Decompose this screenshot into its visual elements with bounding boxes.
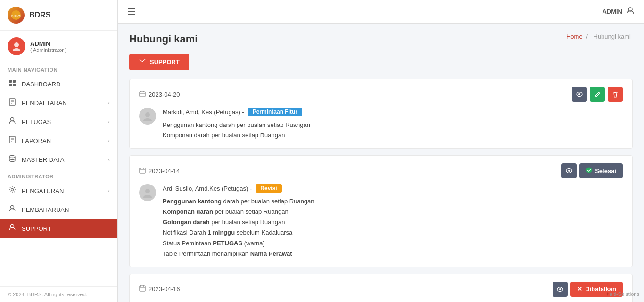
x-icon-dibatalkan: ✕: [577, 285, 582, 293]
laporan-icon: [8, 136, 17, 145]
list-item: Komponan darah per bualan setiap Ruangan: [163, 207, 623, 217]
card-2-badge: Revisi: [256, 184, 281, 193]
sidebar: BDRS BDRS ADMIN ( Administrator ) Main N…: [0, 0, 118, 302]
petugas-icon: [8, 117, 17, 126]
sidebar-user: ADMIN ( Administrator ): [0, 31, 117, 62]
card-1-actions: [572, 87, 623, 102]
card-1-header: 2023-04-20: [139, 87, 623, 102]
svg-point-12: [11, 189, 14, 191]
svg-rect-7: [13, 84, 16, 86]
check-icon-selesai: [586, 167, 592, 175]
svg-point-2: [14, 42, 19, 47]
list-item: Komponan darah per bualan setiap Ruangan: [163, 130, 623, 141]
card-2-header: 2023-04-14 Selesai: [139, 163, 623, 178]
watermark-text: ✦aiti-Solutions: [605, 291, 639, 297]
calendar-icon-1: [139, 91, 146, 99]
petugas-arrow: ‹: [108, 119, 110, 125]
content-area: Hubungi kami Home / Hubungi kami SUPPORT: [118, 24, 644, 302]
list-item: Penggunan kantong darah per bualan setia…: [163, 196, 623, 207]
list-item: Notifikasi Darah 1 minggu sebelum Kadalu…: [163, 227, 623, 238]
card-2-avatar: [139, 184, 156, 201]
sidebar-label-laporan: LAPORAN: [22, 137, 51, 144]
card-2-body: Ardi Susilo, Amd.Kes (Petugas) - Revisi …: [139, 184, 623, 259]
svg-rect-22: [140, 168, 145, 173]
app-name: BDRS: [29, 11, 50, 19]
card-2-selesai-button[interactable]: Selesai: [579, 163, 623, 178]
svg-point-24: [568, 170, 570, 172]
svg-point-27: [143, 195, 152, 198]
card-3: 2023-04-16 ✕ Dibatalkan: [129, 274, 633, 302]
card-3-view-button[interactable]: [553, 282, 568, 297]
pendaftaran-arrow: ‹: [108, 100, 110, 106]
card-2: 2023-04-14 Selesai: [129, 155, 633, 267]
card-1-content: Markidi, Amd, Kes (Petugas) - Permintaan…: [163, 108, 623, 141]
card-3-date-text: 2023-04-16: [149, 285, 180, 293]
card-1-edit-button[interactable]: [590, 87, 605, 102]
main-nav-title: Main Navigation: [0, 62, 117, 75]
card-1-avatar: [139, 108, 156, 125]
sidebar-item-dashboard[interactable]: DASHBOARD: [0, 75, 117, 93]
sidebar-label-dashboard: DASHBOARD: [22, 81, 60, 88]
sidebar-item-master-data[interactable]: MASTER DATA ‹: [0, 150, 117, 169]
svg-point-11: [9, 156, 15, 158]
card-2-date: 2023-04-14: [139, 167, 180, 175]
card-2-actions: Selesai: [561, 163, 623, 178]
laporan-arrow: ‹: [108, 138, 110, 143]
card-3-header: 2023-04-16 ✕ Dibatalkan: [139, 282, 623, 297]
dashboard-icon: [8, 79, 17, 89]
card-2-view-button[interactable]: [561, 163, 577, 178]
page-header: Hubungi kami Home / Hubungi kami: [129, 33, 633, 45]
sidebar-label-petugas: PETUGAS: [22, 118, 51, 126]
card-2-date-text: 2023-04-14: [149, 168, 180, 175]
sidebar-footer: © 2024. BDRS. All rights reserved.: [0, 286, 117, 302]
card-1-message-header: Markidi, Amd, Kes (Petugas) - Permintaan…: [163, 108, 623, 116]
pengaturan-arrow: ‹: [108, 188, 110, 193]
card-1-list: Penggunan kantong darah per bualan setia…: [163, 120, 623, 141]
svg-point-3: [13, 48, 20, 51]
calendar-icon-2: [139, 167, 146, 175]
user-avatar: [8, 37, 25, 55]
user-info: ADMIN ( Administrator ): [30, 40, 67, 53]
svg-point-26: [145, 189, 150, 193]
card-1-badge: Permintaan Fitur: [248, 108, 302, 116]
list-item: Table Permintaan menampilkan Nama Perawa…: [163, 249, 623, 259]
list-item: Golongan darah per bualan setiap Ruangan: [163, 217, 623, 227]
card-1-body: Markidi, Amd, Kes (Petugas) - Permintaan…: [139, 108, 623, 141]
card-3-date: 2023-04-16: [139, 285, 180, 293]
support-envelope-icon: [139, 59, 146, 66]
support-button[interactable]: SUPPORT: [129, 54, 189, 70]
support-icon: [8, 224, 17, 233]
svg-point-20: [145, 112, 150, 117]
sidebar-item-pembaharuan[interactable]: PEMBAHARUAN: [0, 200, 117, 219]
card-1-view-button[interactable]: [572, 87, 587, 102]
card-1-author: Markidi, Amd, Kes (Petugas) -: [163, 109, 244, 116]
sidebar-item-pengaturan[interactable]: PENGATURAN ‹: [0, 181, 117, 200]
sidebar-item-laporan[interactable]: LAPORAN ‹: [0, 131, 117, 150]
svg-point-30: [559, 288, 561, 290]
calendar-icon-3: [139, 285, 146, 293]
svg-point-19: [578, 93, 580, 95]
main-content: ☰ ADMIN Hubungi kami Home / Hubungi kami…: [118, 0, 644, 302]
sidebar-item-support[interactable]: SUPPORT: [0, 219, 117, 238]
admin-user-icon: [626, 7, 635, 17]
breadcrumb: Home / Hubungi kami: [566, 33, 633, 40]
admin-nav-title: Administrator: [0, 169, 117, 181]
card-2-message-header: Ardi Susilo, Amd.Kes (Petugas) - Revisi: [163, 184, 623, 193]
page-title: Hubungi kami: [129, 33, 198, 45]
svg-rect-4: [9, 80, 12, 83]
sidebar-item-pendaftaran[interactable]: PENDAFTARAN ‹: [0, 93, 117, 112]
sidebar-label-master-data: MASTER DATA: [22, 156, 65, 163]
sidebar-label-pembaharuan: PEMBAHARUAN: [22, 206, 69, 213]
pengaturan-icon: [8, 186, 17, 195]
breadcrumb-home[interactable]: Home: [566, 33, 583, 40]
svg-rect-6: [9, 84, 12, 86]
sidebar-item-petugas[interactable]: PETUGAS ‹: [0, 112, 117, 131]
menu-toggle-button[interactable]: ☰: [127, 6, 136, 17]
sidebar-label-support: SUPPORT: [22, 225, 51, 232]
card-1-delete-button[interactable]: [608, 87, 623, 102]
master-data-arrow: ‹: [108, 157, 110, 162]
breadcrumb-separator: /: [586, 33, 589, 40]
card-2-author: Ardi Susilo, Amd.Kes (Petugas) -: [163, 185, 252, 192]
support-button-label: SUPPORT: [150, 59, 180, 66]
list-item: Status Pemintaan PETUGAS (warna): [163, 238, 623, 249]
